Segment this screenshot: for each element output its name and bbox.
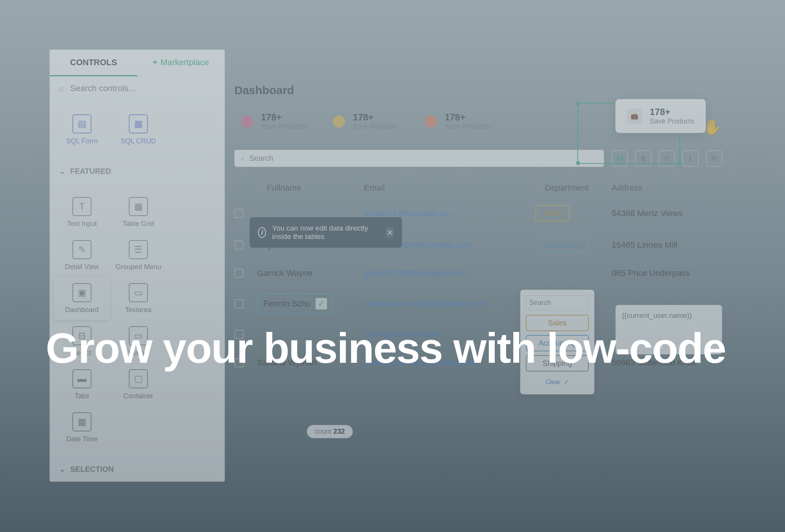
grid-icon: ▦ (129, 197, 148, 216)
featured-header[interactable]: ⌄FEATURED (50, 159, 224, 183)
control-detail-view[interactable]: ✎Detail View (54, 234, 110, 277)
floating-metric-card[interactable]: 💼 178+Save Products (615, 99, 706, 133)
dashboard-icon: ▣ (72, 283, 91, 302)
marketing-headline: Grow your business with low-code (46, 324, 726, 373)
dropdown-search[interactable] (526, 295, 589, 310)
table-search[interactable]: ⌕ (234, 150, 604, 167)
controls-sidebar: CONTROLS +Markertplace ⌕ ▤SQL Form ▦SQL … (50, 50, 225, 482)
chevron-down-icon: ⌄ (59, 465, 66, 474)
form-icon: ▤ (72, 114, 91, 133)
menu-icon: ☰ (129, 240, 148, 259)
controls-search-input[interactable] (70, 83, 215, 93)
control-table-grid[interactable]: ▦Table Grid (110, 191, 167, 234)
close-icon[interactable]: ✕ (386, 227, 394, 238)
calendar-icon: ▦ (72, 412, 91, 431)
text-icon: T (72, 197, 91, 216)
dept-badge: Accounting (535, 237, 588, 253)
dept-badge: Sales (535, 205, 570, 221)
metric-card: 178+Save Products (418, 108, 496, 135)
control-sql-crud[interactable]: ▦SQL CRUD (110, 108, 167, 151)
control-grouped-menu[interactable]: ☰Grouped Menu (110, 234, 167, 277)
row-count: count 232 (307, 425, 353, 438)
table-search-input[interactable] (249, 154, 598, 163)
metric-card: 178+Save Products (234, 108, 312, 135)
info-icon: i (258, 227, 266, 238)
control-text-input[interactable]: TText Input (54, 191, 110, 234)
plus-icon: + (152, 58, 157, 67)
dot-icon (241, 115, 253, 128)
check-icon: ✓ (564, 378, 569, 386)
dot-icon (333, 115, 345, 128)
control-sql-form[interactable]: ▤SQL Form (54, 108, 110, 151)
edit-icon: ✎ (535, 184, 541, 192)
table-row[interactable]: Garrick Wayne garrick77@@example.com 065… (234, 261, 722, 286)
tab-marketplace[interactable]: +Markertplace (137, 50, 224, 76)
grab-cursor-icon: ✋ (703, 118, 722, 136)
download-button[interactable]: ⭳ (682, 151, 698, 167)
row-checkbox[interactable] (234, 299, 244, 308)
tab-controls[interactable]: CONTROLS (50, 50, 137, 76)
chevron-down-icon: ⌄ (59, 167, 66, 176)
page-title: Dashboard (234, 84, 722, 97)
confirm-icon[interactable]: ✓ (316, 298, 327, 309)
name-edit-input[interactable]: Fermin Schu✓ (257, 293, 333, 314)
table-header: ✎Fullname Email ✎Department Address (234, 178, 722, 197)
edit-tooltip: i You can now edit data directly inside … (250, 217, 402, 248)
search-icon: ⌕ (241, 155, 245, 162)
wand-icon: ✎ (72, 240, 91, 259)
metric-card: 178+Save Products (326, 108, 404, 135)
resize-handle[interactable] (576, 102, 580, 106)
textarea-icon: ▭ (129, 283, 148, 302)
dot-icon (425, 115, 437, 128)
resize-handle[interactable] (576, 161, 580, 165)
sidebar-tabs: CONTROLS +Markertplace (50, 50, 224, 77)
row-checkbox[interactable] (234, 209, 244, 218)
row-checkbox[interactable] (234, 240, 244, 250)
search-icon: ⌕ (59, 83, 64, 93)
table-icon: ▦ (129, 114, 148, 133)
control-date-time[interactable]: ▦Date Time (54, 406, 110, 449)
refresh-button[interactable]: ⟳ (706, 151, 722, 167)
top-controls: ▤SQL Form ▦SQL CRUD (50, 101, 224, 159)
edit-icon: ✎ (257, 184, 263, 192)
control-dashboard[interactable]: ▣Dashboard (54, 277, 110, 320)
clear-button[interactable]: Clear✓ (526, 375, 589, 389)
featured-controls: TText Input ▦Table Grid ✎Detail View ☰Gr… (50, 183, 224, 457)
briefcase-icon: 💼 (627, 109, 642, 124)
control-textarea[interactable]: ▭Textarea (110, 277, 167, 320)
resize-handle[interactable] (678, 161, 681, 165)
row-checkbox[interactable] (234, 269, 244, 278)
controls-search[interactable]: ⌕ (50, 77, 224, 101)
selection-header[interactable]: ⌄SELECTION (50, 457, 224, 481)
